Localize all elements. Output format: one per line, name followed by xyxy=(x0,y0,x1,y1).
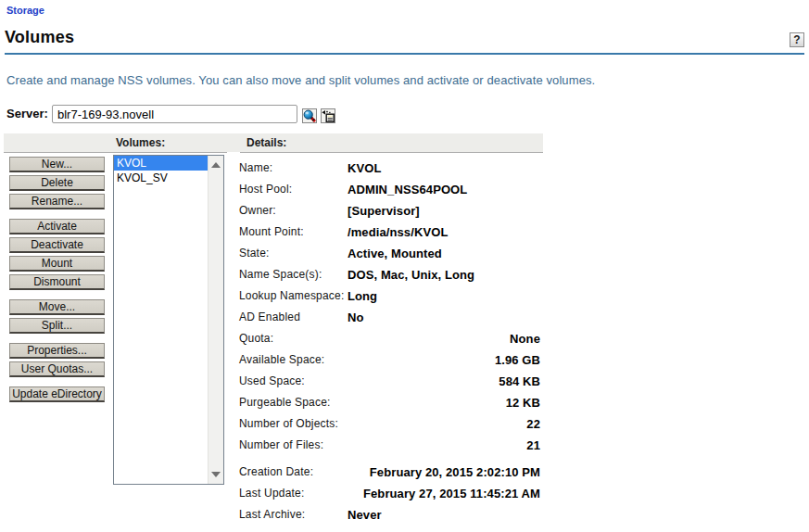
detail-row-owner: Owner:[Supervisor] xyxy=(239,200,540,222)
deactivate-button[interactable]: Deactivate xyxy=(9,237,105,253)
volume-list-item-kvol-sv[interactable]: KVOL_SV xyxy=(114,171,208,185)
history-icon xyxy=(322,109,335,122)
detail-label: Lookup Namespace: xyxy=(239,285,344,307)
action-button-group: New...DeleteRename... xyxy=(9,157,105,209)
detail-row-state: State:Active, Mounted xyxy=(239,243,540,264)
new-button[interactable]: New... xyxy=(9,157,105,172)
detail-value: February 27, 2015 11:45:21 AM xyxy=(348,483,540,504)
volume-items: KVOLKVOL_SV xyxy=(114,156,208,484)
detail-label: Name Space(s): xyxy=(239,264,322,285)
detail-value: 12 KB xyxy=(348,392,540,413)
detail-row-number-of-files: Number of Files:21 xyxy=(239,435,540,456)
detail-label: Host Pool: xyxy=(239,179,292,200)
scroll-up-icon[interactable] xyxy=(211,162,221,168)
detail-row-last-archive: Last Archive:Never xyxy=(239,504,540,526)
detail-value: DOS, Mac, Unix, Long xyxy=(348,264,540,285)
detail-label: Quota: xyxy=(239,328,273,349)
detail-row-host-pool: Host Pool:ADMIN_NSS64POOL xyxy=(239,179,540,200)
detail-value: Active, Mounted xyxy=(348,243,540,264)
volume-list-item-kvol[interactable]: KVOL xyxy=(114,156,208,171)
detail-value: [Supervisor] xyxy=(348,200,540,222)
page-description: Create and manage NSS volumes. You can a… xyxy=(6,73,595,87)
action-button-group: Move...Split... xyxy=(9,299,105,334)
dismount-button[interactable]: Dismount xyxy=(9,274,105,290)
detail-value: 21 xyxy=(348,435,540,456)
detail-value: /media/nss/KVOL xyxy=(348,222,540,243)
magnifier-icon xyxy=(303,109,316,122)
detail-value: No xyxy=(348,307,540,328)
detail-label: AD Enabled xyxy=(239,307,300,328)
object-selector-button[interactable] xyxy=(302,108,317,123)
detail-row-quota: Quota:None xyxy=(239,328,540,349)
volumes-header-underline xyxy=(4,152,227,153)
detail-row-name-space-s: Name Space(s):DOS, Mac, Unix, Long xyxy=(239,264,540,285)
detail-label: Number of Objects: xyxy=(239,413,338,435)
breadcrumb-storage-link[interactable]: Storage xyxy=(6,5,44,16)
volume-listbox[interactable]: KVOLKVOL_SV xyxy=(113,155,224,485)
details-section-identity: Name:KVOLHost Pool:ADMIN_NSS64POOLOwner:… xyxy=(239,158,540,328)
action-button-group: Properties...User Quotas... xyxy=(9,343,105,377)
detail-label: Available Space: xyxy=(239,349,324,371)
detail-value: None xyxy=(348,328,540,349)
detail-label: Last Archive: xyxy=(239,504,305,526)
server-label: Server: xyxy=(6,105,48,123)
detail-value: 22 xyxy=(348,413,540,435)
detail-value: Long xyxy=(348,285,540,307)
action-button-group: ActivateDeactivateMountDismount xyxy=(9,219,105,290)
detail-row-available-space: Available Space:1.96 GB xyxy=(239,349,540,371)
detail-label: Number of Files: xyxy=(239,435,323,456)
details-section-space: Quota:NoneAvailable Space:1.96 GBUsed Sp… xyxy=(239,328,540,456)
details-header-underline xyxy=(240,152,543,153)
properties-button[interactable]: Properties... xyxy=(9,343,105,359)
detail-label: Name: xyxy=(239,158,272,179)
detail-row-used-space: Used Space:584 KB xyxy=(239,371,540,392)
detail-row-last-update: Last Update:February 27, 2015 11:45:21 A… xyxy=(239,483,540,504)
delete-button[interactable]: Delete xyxy=(9,175,105,191)
detail-label: Creation Date: xyxy=(239,462,313,483)
detail-value: Never xyxy=(348,504,540,526)
detail-label: Used Space: xyxy=(239,371,305,392)
detail-row-number-of-objects: Number of Objects:22 xyxy=(239,413,540,435)
details-section-dates: Creation Date:February 20, 2015 2:02:10 … xyxy=(239,462,540,526)
help-button[interactable]: ? xyxy=(790,32,804,47)
title-divider xyxy=(5,53,804,55)
split-button[interactable]: Split... xyxy=(9,318,105,334)
action-buttons-column: New...DeleteRename...ActivateDeactivateM… xyxy=(9,157,105,412)
detail-row-creation-date: Creation Date:February 20, 2015 2:02:10 … xyxy=(239,462,540,483)
panel-header: Volumes: Details: xyxy=(4,133,543,152)
detail-label: State: xyxy=(239,243,270,264)
move-button[interactable]: Move... xyxy=(9,299,105,315)
volumes-column-header: Volumes: xyxy=(116,133,165,152)
server-input[interactable] xyxy=(52,105,297,123)
user-quotas-button[interactable]: User Quotas... xyxy=(9,361,105,377)
detail-row-purgeable-space: Purgeable Space:12 KB xyxy=(239,392,540,413)
object-history-button[interactable] xyxy=(321,108,335,123)
detail-value: KVOL xyxy=(348,158,540,179)
rename-button[interactable]: Rename... xyxy=(9,194,105,209)
detail-row-ad-enabled: AD EnabledNo xyxy=(239,307,540,328)
detail-row-mount-point: Mount Point:/media/nss/KVOL xyxy=(239,222,540,243)
action-button-group: Update eDirectory xyxy=(9,386,105,402)
detail-value: ADMIN_NSS64POOL xyxy=(348,179,540,200)
page-title: Volumes xyxy=(5,28,74,47)
detail-label: Last Update: xyxy=(239,483,304,504)
detail-label: Mount Point: xyxy=(239,222,304,243)
detail-value: 584 KB xyxy=(348,371,540,392)
detail-row-lookup-namespace: Lookup Namespace:Long xyxy=(239,285,540,307)
detail-label: Purgeable Space: xyxy=(239,392,331,413)
listbox-scrollbar[interactable] xyxy=(208,156,223,484)
detail-value: 1.96 GB xyxy=(348,349,540,371)
update-edirectory-button[interactable]: Update eDirectory xyxy=(9,386,105,402)
scroll-down-icon[interactable] xyxy=(211,472,221,477)
detail-label: Owner: xyxy=(239,200,276,222)
activate-button[interactable]: Activate xyxy=(9,219,105,234)
detail-row-name: Name:KVOL xyxy=(239,158,540,179)
details-panel: Name:KVOLHost Pool:ADMIN_NSS64POOLOwner:… xyxy=(239,158,540,526)
detail-value: February 20, 2015 2:02:10 PM xyxy=(348,462,540,483)
mount-button[interactable]: Mount xyxy=(9,256,105,272)
details-column-header: Details: xyxy=(246,133,286,152)
